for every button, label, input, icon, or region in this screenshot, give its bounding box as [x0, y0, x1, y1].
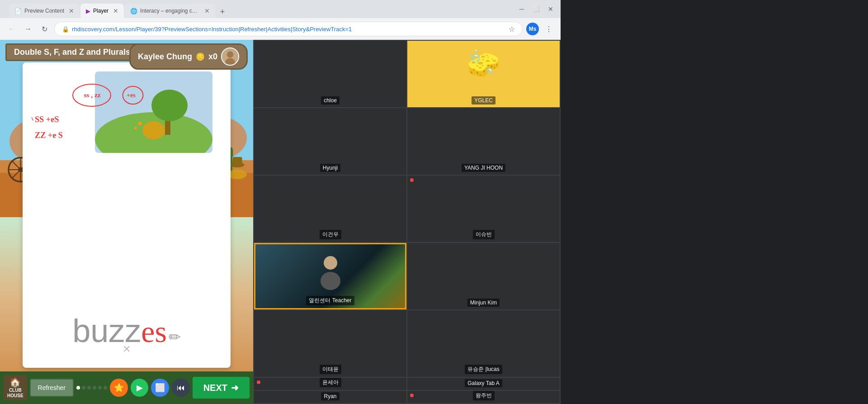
spongebob-icon: 🧽: [467, 48, 500, 80]
participant-tile-p10: 유승준 |lucas: [407, 310, 560, 377]
progress-dot-1: [76, 386, 80, 390]
pencil-icon: ✏: [169, 328, 181, 346]
game-title: Double S, F, and Z and Plurals: [5, 43, 139, 61]
participant-tile-p8: Minjun Kim: [407, 243, 560, 309]
tab3-favicon: 🌐: [130, 8, 137, 14]
participant-name-p3: Hyunji: [320, 164, 340, 172]
participant-tile-p11: 윤세아: [254, 378, 406, 390]
content-area: Double S, F, and Z and Plurals Kaylee Ch…: [0, 40, 561, 404]
new-tab-button[interactable]: +: [216, 5, 229, 18]
svg-point-16: [228, 170, 247, 179]
tab-interacy[interactable]: 🌐 Interacy – engaging content ✕: [125, 4, 215, 18]
participant-tile-p2: 🧽YGLEC: [407, 41, 560, 107]
coin-icon: 🪙: [196, 52, 205, 61]
svg-point-37: [324, 256, 337, 270]
browser-window: 📄 Preview Content ✕ ▶ Player ✕ 🌐 Interac…: [0, 0, 561, 404]
participant-name-p7: 열린센터 Teacher: [306, 296, 354, 305]
participant-tile-p12: Galaxy Tab A: [407, 378, 560, 390]
tab-preview-content[interactable]: 📄 Preview Content ✕: [9, 4, 80, 18]
participant-name-p1: chloe: [321, 96, 340, 105]
tab2-favicon: ▶: [86, 8, 90, 14]
svg-point-28: [138, 122, 142, 125]
participant-tile-p14: 왕주빈: [407, 391, 560, 403]
participant-name-p9: 이태윤: [320, 365, 341, 374]
progress-dot-2: [82, 386, 85, 390]
clubhouse-button[interactable]: 🏠 CLUBHOUSE: [4, 375, 27, 400]
forward-button[interactable]: →: [22, 23, 34, 35]
participant-name-p10: 유승준 |lucas: [465, 365, 502, 374]
card-image: [95, 71, 212, 153]
tab-player[interactable]: ▶ Player ✕: [80, 4, 124, 18]
card-close-button[interactable]: ✕: [123, 343, 131, 355]
restore-button[interactable]: ⬜: [530, 3, 542, 15]
participant-tile-p4: YANG JI HOON: [407, 108, 560, 175]
progress-dot-3: [87, 386, 91, 390]
address-text: rhdiscovery.com/Lesson/Player/39?Preview…: [72, 26, 352, 33]
game-toolbar: 🏠 CLUBHOUSE Refresher: [0, 371, 253, 404]
svg-rect-18: [233, 157, 242, 166]
participant-name-p2: YGLEC: [472, 96, 495, 105]
coin-count: x0: [208, 52, 217, 62]
svg-point-38: [321, 272, 340, 290]
rewind-icon: ⏮: [177, 383, 185, 393]
svg-rect-27: [147, 126, 160, 137]
back-button[interactable]: ←: [5, 23, 18, 35]
teacher-silhouette: [317, 254, 344, 292]
participant-name-p8: Minjun Kim: [467, 299, 500, 307]
participant-tile-p13: Ryan: [254, 391, 406, 403]
stop-button[interactable]: ⬜: [151, 379, 169, 397]
refresh-button[interactable]: ↻: [38, 23, 51, 35]
stop-icon: ⬜: [155, 383, 165, 393]
tab1-favicon: 📄: [14, 8, 22, 14]
participant-name-p5: 이건우: [320, 230, 341, 239]
tab3-close[interactable]: ✕: [204, 7, 210, 14]
participant-name-p6: 이슈빈: [473, 230, 495, 239]
clubhouse-label: CLUBHOUSE: [7, 388, 24, 399]
participant-tile-p5: 이건우: [254, 176, 406, 242]
svg-point-29: [134, 127, 137, 129]
progress-dot-6: [104, 386, 107, 390]
participant-name-p13: Ryan: [321, 392, 339, 400]
bookmark-icon[interactable]: ☆: [509, 25, 515, 33]
red-dot-p11: [257, 380, 260, 384]
participant-name-p12: Galaxy Tab A: [465, 379, 502, 387]
participant-tile-p3: Hyunji: [254, 108, 406, 175]
svg-point-25: [151, 90, 188, 121]
progress-dot-4: [93, 386, 96, 390]
participant-tile-p9: 이태윤: [254, 310, 406, 377]
refresher-button[interactable]: Refresher: [30, 379, 74, 397]
tab1-close[interactable]: ✕: [69, 7, 74, 14]
refresher-label: Refresher: [38, 384, 66, 391]
participant-tile-p7: 열린센터 Teacher: [254, 243, 406, 309]
participant-tile-p6: 이슈빈: [407, 176, 560, 242]
next-button[interactable]: NEXT ➜: [193, 377, 250, 399]
participant-tile-p1: chloe: [254, 41, 406, 107]
flashcard: buzz es ✏ ✕: [23, 62, 231, 368]
player-name: Kaylee Chung: [138, 52, 192, 62]
minimize-button[interactable]: ─: [515, 3, 528, 15]
participant-name-p11: 윤세아: [320, 378, 341, 387]
game-title-text: Double S, F, and Z and Plurals: [14, 48, 130, 57]
rewind-button[interactable]: ⏮: [172, 379, 190, 397]
profile-button[interactable]: Ms: [526, 23, 539, 35]
game-container: Double S, F, and Z and Plurals Kaylee Ch…: [0, 40, 253, 404]
word-base: buzz: [72, 312, 141, 349]
red-dot-p14: [410, 394, 414, 397]
address-bar: ← → ↻ 🔒 rhdiscovery.com/Lesson/Player/39…: [0, 18, 561, 40]
player-avatar: [221, 48, 239, 66]
participants-panel: chloe🧽YGLECHyunjiYANG JI HOON이건우이슈빈 열린센터…: [253, 40, 561, 404]
tab3-title: Interacy – engaging content: [140, 8, 200, 14]
tab2-close[interactable]: ✕: [113, 7, 118, 14]
next-arrow-icon: ➜: [231, 382, 239, 393]
next-label: NEXT: [203, 383, 227, 393]
participant-name-p14: 왕주빈: [473, 391, 495, 400]
star-button[interactable]: ⭐: [110, 379, 128, 397]
star-icon: ⭐: [114, 383, 124, 393]
address-input[interactable]: 🔒 rhdiscovery.com/Lesson/Player/39?Previ…: [54, 22, 523, 36]
word-suffix: es: [141, 314, 167, 350]
close-button[interactable]: ✕: [544, 3, 557, 15]
svg-point-20: [227, 51, 233, 57]
progress-dots: [76, 386, 107, 390]
extensions-button[interactable]: ⋮: [542, 23, 555, 35]
play-button[interactable]: ▶: [131, 379, 149, 397]
